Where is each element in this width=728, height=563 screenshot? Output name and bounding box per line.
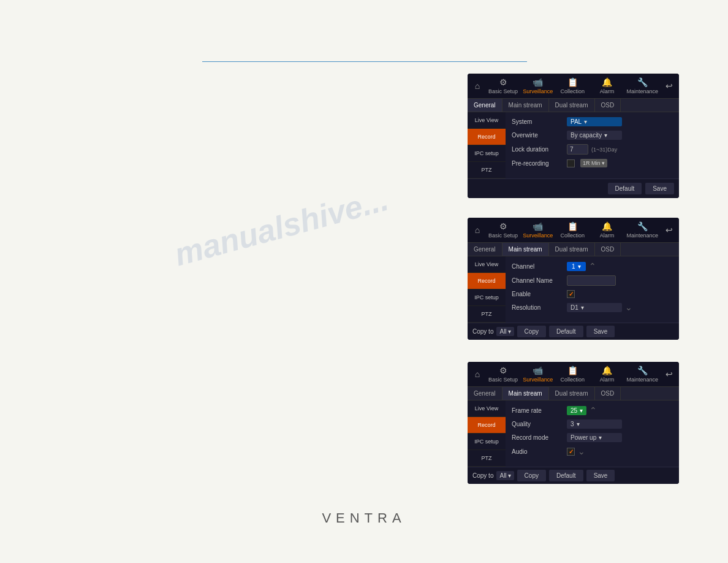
nav-alarm-label-3: Alarm: [600, 377, 615, 383]
scroll-down-audio[interactable]: ⌄: [578, 446, 585, 456]
select-resolution[interactable]: D1 ▾: [567, 303, 622, 312]
nav-maintenance[interactable]: 🔧 Maintenance: [624, 76, 661, 96]
prerecord-checkbox[interactable]: [567, 159, 575, 167]
sidebar-live-view-3[interactable]: Live View: [468, 400, 506, 417]
input-channel-name[interactable]: [567, 275, 616, 286]
default-button-3[interactable]: Default: [549, 470, 583, 481]
sidebar-live-view-2[interactable]: Live View: [468, 256, 506, 273]
control-framerate: 25 ▾ ⌃: [567, 405, 673, 415]
nav-alarm-2[interactable]: 🔔 Alarm: [590, 220, 624, 240]
tab-general-2[interactable]: General: [468, 243, 502, 256]
nav-collection-label-3: Collection: [560, 377, 585, 383]
select-framerate-value: 25: [571, 407, 577, 414]
tab-general-1[interactable]: General: [468, 99, 502, 112]
select-framerate[interactable]: 25 ▾: [567, 406, 586, 415]
save-button-1[interactable]: Save: [645, 183, 674, 194]
back-button-1[interactable]: ↩: [661, 77, 678, 94]
sidebar-record-1[interactable]: Record: [468, 129, 506, 145]
sidebar-ipc-setup-1[interactable]: IPC setup: [468, 145, 506, 162]
nav-surveillance-2[interactable]: 📹 Surveillance: [520, 220, 555, 240]
tab-row-2: General Main stream Dual stream OSD: [468, 243, 679, 256]
sidebar-ptz-2[interactable]: PTZ: [468, 306, 506, 323]
tab-osd-3[interactable]: OSD: [595, 387, 621, 400]
sidebar-live-view-1[interactable]: Live View: [468, 112, 506, 129]
scroll-up-channel[interactable]: ⌃: [589, 261, 596, 271]
form-row-prerecord: Pre-recording 1R Min ▾: [512, 159, 673, 167]
chevron-down-icon-copy3: ▾: [508, 472, 511, 479]
audio-checkbox[interactable]: ✓: [567, 448, 575, 456]
sidebar-record-3[interactable]: Record: [468, 417, 506, 434]
scroll-down-resolution[interactable]: ⌄: [625, 302, 632, 312]
sidebar-ipc-setup-2[interactable]: IPC setup: [468, 289, 506, 306]
nav-maintenance-3[interactable]: 🔧 Maintenance: [624, 364, 661, 384]
nav-maintenance-2[interactable]: 🔧 Maintenance: [624, 220, 661, 240]
panel-body-2: Live View Record IPC setup PTZ Channel 1…: [468, 256, 679, 323]
nav-basic-setup-2[interactable]: ⚙ Basic Setup: [486, 220, 520, 240]
nav-collection-2[interactable]: 📋 Collection: [555, 220, 590, 240]
home-icon-2[interactable]: ⌂: [469, 221, 486, 239]
select-recordmode[interactable]: Power up ▾: [567, 433, 622, 442]
form-row-system: System PAL ▾: [512, 117, 673, 126]
tab-osd-1[interactable]: OSD: [595, 99, 621, 112]
copy-to-label-2: Copy to: [472, 328, 493, 335]
input-lock-duration[interactable]: [567, 144, 588, 155]
home-icon-3[interactable]: ⌂: [469, 366, 486, 383]
nav-surveillance[interactable]: 📹 Surveillance: [520, 76, 555, 96]
default-button-1[interactable]: Default: [608, 183, 642, 194]
tab-osd-2[interactable]: OSD: [595, 243, 621, 256]
label-system: System: [512, 118, 567, 125]
panel-mainstream: ⌂ ⚙ Basic Setup 📹 Surveillance 📋 Collect…: [468, 218, 679, 340]
label-overwrite: Overwirte: [512, 132, 567, 139]
select-system[interactable]: PAL ▾: [567, 117, 622, 126]
nav-collection-label-2: Collection: [560, 232, 585, 239]
sidebar-record-2[interactable]: Record: [468, 273, 506, 289]
tab-dualstream-1[interactable]: Dual stream: [549, 99, 595, 112]
nav-basic-setup-3[interactable]: ⚙ Basic Setup: [486, 364, 520, 384]
tab-mainstream-1[interactable]: Main stream: [502, 99, 549, 112]
tab-mainstream-3[interactable]: Main stream: [502, 387, 549, 400]
nav-basic-setup-label-2: Basic Setup: [488, 232, 518, 239]
nav-surveillance-3[interactable]: 📹 Surveillance: [520, 364, 555, 384]
label-prerecord: Pre-recording: [512, 160, 567, 167]
home-icon[interactable]: ⌂: [469, 77, 486, 94]
back-button-3[interactable]: ↩: [661, 366, 678, 383]
select-quality[interactable]: 3 ▾: [567, 419, 622, 429]
enable-checkbox[interactable]: ✓: [567, 290, 575, 298]
default-button-2[interactable]: Default: [549, 326, 583, 337]
camera-icon-2: 📹: [533, 221, 543, 231]
save-button-3[interactable]: Save: [586, 470, 615, 481]
nav-collection-label: Collection: [560, 88, 585, 94]
tab-general-3[interactable]: General: [468, 387, 502, 400]
nav-basic-setup[interactable]: ⚙ Basic Setup: [486, 76, 520, 96]
nav-collection-3[interactable]: 📋 Collection: [555, 364, 590, 384]
tab-dualstream-3[interactable]: Dual stream: [549, 387, 595, 400]
sidebar-ipc-setup-3[interactable]: IPC setup: [468, 434, 506, 450]
prerecord-select[interactable]: 1R Min ▾: [580, 159, 607, 167]
back-button-2[interactable]: ↩: [661, 221, 678, 239]
select-channel[interactable]: 1 ▾: [567, 262, 586, 271]
save-button-2[interactable]: Save: [586, 326, 615, 337]
select-overwrite[interactable]: By capacity ▾: [567, 131, 622, 140]
sidebar-ptz-3[interactable]: PTZ: [468, 450, 506, 467]
nav-alarm[interactable]: 🔔 Alarm: [590, 76, 624, 96]
copy-button-2[interactable]: Copy: [517, 326, 546, 337]
panel-mainstream-2: ⌂ ⚙ Basic Setup 📹 Surveillance 📋 Collect…: [468, 362, 679, 484]
maintenance-icon: 🔧: [637, 77, 648, 87]
gear-icon-2: ⚙: [499, 221, 507, 231]
gear-icon-3: ⚙: [499, 366, 507, 375]
tab-mainstream-2[interactable]: Main stream: [502, 243, 549, 256]
nav-collection[interactable]: 📋 Collection: [555, 76, 590, 96]
scroll-up-framerate[interactable]: ⌃: [590, 405, 597, 415]
label-lock: Lock duration: [512, 146, 567, 153]
chevron-down-icon: ▾: [604, 132, 607, 139]
label-framerate: Frame rate: [512, 407, 567, 414]
sidebar-ptz-1[interactable]: PTZ: [468, 162, 506, 178]
copy-to-select-3[interactable]: All ▾: [496, 471, 514, 480]
nav-alarm-3[interactable]: 🔔 Alarm: [590, 364, 624, 384]
copy-button-3[interactable]: Copy: [517, 470, 546, 481]
tab-dualstream-2[interactable]: Dual stream: [549, 243, 595, 256]
control-prerecord: 1R Min ▾: [567, 159, 673, 167]
nav-alarm-label: Alarm: [600, 88, 615, 94]
prerecord-checkbox-area: 1R Min ▾: [567, 159, 607, 167]
copy-to-select-2[interactable]: All ▾: [496, 327, 514, 336]
